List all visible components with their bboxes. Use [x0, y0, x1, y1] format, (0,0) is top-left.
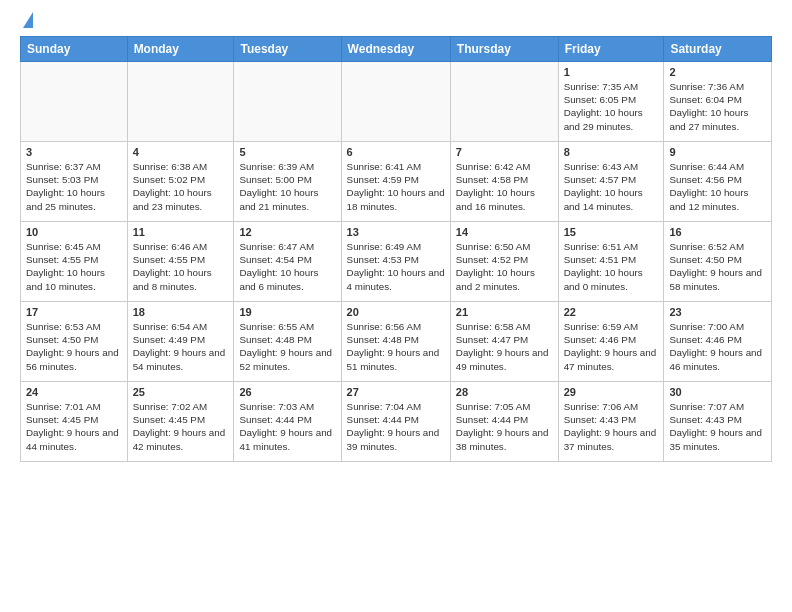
calendar: SundayMondayTuesdayWednesdayThursdayFrid…: [20, 36, 772, 462]
day-info: Sunrise: 6:49 AM Sunset: 4:53 PM Dayligh…: [347, 240, 445, 293]
day-header-thursday: Thursday: [450, 37, 558, 62]
day-number: 15: [564, 226, 659, 238]
day-info: Sunrise: 6:44 AM Sunset: 4:56 PM Dayligh…: [669, 160, 766, 213]
calendar-cell: 21Sunrise: 6:58 AM Sunset: 4:47 PM Dayli…: [450, 302, 558, 382]
calendar-cell: 9Sunrise: 6:44 AM Sunset: 4:56 PM Daylig…: [664, 142, 772, 222]
calendar-body: 1Sunrise: 7:35 AM Sunset: 6:05 PM Daylig…: [21, 62, 772, 462]
header: [20, 16, 772, 28]
day-number: 26: [239, 386, 335, 398]
calendar-cell: 22Sunrise: 6:59 AM Sunset: 4:46 PM Dayli…: [558, 302, 664, 382]
week-row-3: 10Sunrise: 6:45 AM Sunset: 4:55 PM Dayli…: [21, 222, 772, 302]
day-info: Sunrise: 6:50 AM Sunset: 4:52 PM Dayligh…: [456, 240, 553, 293]
calendar-cell: 15Sunrise: 6:51 AM Sunset: 4:51 PM Dayli…: [558, 222, 664, 302]
day-header-wednesday: Wednesday: [341, 37, 450, 62]
calendar-cell: [341, 62, 450, 142]
calendar-cell: 20Sunrise: 6:56 AM Sunset: 4:48 PM Dayli…: [341, 302, 450, 382]
day-number: 6: [347, 146, 445, 158]
day-info: Sunrise: 6:46 AM Sunset: 4:55 PM Dayligh…: [133, 240, 229, 293]
calendar-cell: 12Sunrise: 6:47 AM Sunset: 4:54 PM Dayli…: [234, 222, 341, 302]
day-info: Sunrise: 6:52 AM Sunset: 4:50 PM Dayligh…: [669, 240, 766, 293]
day-header-saturday: Saturday: [664, 37, 772, 62]
day-info: Sunrise: 6:55 AM Sunset: 4:48 PM Dayligh…: [239, 320, 335, 373]
day-number: 23: [669, 306, 766, 318]
day-info: Sunrise: 6:59 AM Sunset: 4:46 PM Dayligh…: [564, 320, 659, 373]
day-info: Sunrise: 6:56 AM Sunset: 4:48 PM Dayligh…: [347, 320, 445, 373]
day-info: Sunrise: 7:01 AM Sunset: 4:45 PM Dayligh…: [26, 400, 122, 453]
day-info: Sunrise: 6:37 AM Sunset: 5:03 PM Dayligh…: [26, 160, 122, 213]
day-number: 20: [347, 306, 445, 318]
day-info: Sunrise: 7:00 AM Sunset: 4:46 PM Dayligh…: [669, 320, 766, 373]
calendar-cell: 13Sunrise: 6:49 AM Sunset: 4:53 PM Dayli…: [341, 222, 450, 302]
day-number: 14: [456, 226, 553, 238]
calendar-cell: 2Sunrise: 7:36 AM Sunset: 6:04 PM Daylig…: [664, 62, 772, 142]
day-info: Sunrise: 7:06 AM Sunset: 4:43 PM Dayligh…: [564, 400, 659, 453]
day-header-friday: Friday: [558, 37, 664, 62]
calendar-cell: 14Sunrise: 6:50 AM Sunset: 4:52 PM Dayli…: [450, 222, 558, 302]
day-number: 19: [239, 306, 335, 318]
day-number: 18: [133, 306, 229, 318]
day-number: 2: [669, 66, 766, 78]
calendar-cell: [450, 62, 558, 142]
calendar-cell: 3Sunrise: 6:37 AM Sunset: 5:03 PM Daylig…: [21, 142, 128, 222]
week-row-1: 1Sunrise: 7:35 AM Sunset: 6:05 PM Daylig…: [21, 62, 772, 142]
day-info: Sunrise: 7:02 AM Sunset: 4:45 PM Dayligh…: [133, 400, 229, 453]
calendar-cell: 6Sunrise: 6:41 AM Sunset: 4:59 PM Daylig…: [341, 142, 450, 222]
calendar-cell: 1Sunrise: 7:35 AM Sunset: 6:05 PM Daylig…: [558, 62, 664, 142]
day-info: Sunrise: 6:58 AM Sunset: 4:47 PM Dayligh…: [456, 320, 553, 373]
day-number: 5: [239, 146, 335, 158]
calendar-cell: [127, 62, 234, 142]
day-number: 21: [456, 306, 553, 318]
day-info: Sunrise: 6:47 AM Sunset: 4:54 PM Dayligh…: [239, 240, 335, 293]
day-info: Sunrise: 6:45 AM Sunset: 4:55 PM Dayligh…: [26, 240, 122, 293]
calendar-cell: 23Sunrise: 7:00 AM Sunset: 4:46 PM Dayli…: [664, 302, 772, 382]
day-number: 13: [347, 226, 445, 238]
calendar-cell: 11Sunrise: 6:46 AM Sunset: 4:55 PM Dayli…: [127, 222, 234, 302]
day-number: 12: [239, 226, 335, 238]
calendar-cell: 26Sunrise: 7:03 AM Sunset: 4:44 PM Dayli…: [234, 382, 341, 462]
logo: [20, 16, 33, 28]
calendar-cell: 28Sunrise: 7:05 AM Sunset: 4:44 PM Dayli…: [450, 382, 558, 462]
day-info: Sunrise: 7:03 AM Sunset: 4:44 PM Dayligh…: [239, 400, 335, 453]
calendar-cell: 16Sunrise: 6:52 AM Sunset: 4:50 PM Dayli…: [664, 222, 772, 302]
day-number: 9: [669, 146, 766, 158]
day-number: 3: [26, 146, 122, 158]
day-info: Sunrise: 6:38 AM Sunset: 5:02 PM Dayligh…: [133, 160, 229, 213]
day-info: Sunrise: 7:07 AM Sunset: 4:43 PM Dayligh…: [669, 400, 766, 453]
day-number: 27: [347, 386, 445, 398]
calendar-cell: 5Sunrise: 6:39 AM Sunset: 5:00 PM Daylig…: [234, 142, 341, 222]
day-number: 24: [26, 386, 122, 398]
day-number: 8: [564, 146, 659, 158]
day-info: Sunrise: 6:51 AM Sunset: 4:51 PM Dayligh…: [564, 240, 659, 293]
day-number: 28: [456, 386, 553, 398]
calendar-cell: [234, 62, 341, 142]
day-info: Sunrise: 6:41 AM Sunset: 4:59 PM Dayligh…: [347, 160, 445, 213]
day-number: 16: [669, 226, 766, 238]
day-number: 11: [133, 226, 229, 238]
day-header-tuesday: Tuesday: [234, 37, 341, 62]
day-header-monday: Monday: [127, 37, 234, 62]
week-row-4: 17Sunrise: 6:53 AM Sunset: 4:50 PM Dayli…: [21, 302, 772, 382]
calendar-cell: 24Sunrise: 7:01 AM Sunset: 4:45 PM Dayli…: [21, 382, 128, 462]
page: SundayMondayTuesdayWednesdayThursdayFrid…: [0, 0, 792, 472]
calendar-cell: 8Sunrise: 6:43 AM Sunset: 4:57 PM Daylig…: [558, 142, 664, 222]
day-info: Sunrise: 7:05 AM Sunset: 4:44 PM Dayligh…: [456, 400, 553, 453]
calendar-cell: 7Sunrise: 6:42 AM Sunset: 4:58 PM Daylig…: [450, 142, 558, 222]
calendar-cell: 4Sunrise: 6:38 AM Sunset: 5:02 PM Daylig…: [127, 142, 234, 222]
calendar-cell: 18Sunrise: 6:54 AM Sunset: 4:49 PM Dayli…: [127, 302, 234, 382]
day-number: 25: [133, 386, 229, 398]
day-header-sunday: Sunday: [21, 37, 128, 62]
day-number: 17: [26, 306, 122, 318]
day-info: Sunrise: 6:39 AM Sunset: 5:00 PM Dayligh…: [239, 160, 335, 213]
day-info: Sunrise: 7:36 AM Sunset: 6:04 PM Dayligh…: [669, 80, 766, 133]
week-row-2: 3Sunrise: 6:37 AM Sunset: 5:03 PM Daylig…: [21, 142, 772, 222]
day-number: 4: [133, 146, 229, 158]
calendar-cell: 29Sunrise: 7:06 AM Sunset: 4:43 PM Dayli…: [558, 382, 664, 462]
day-number: 22: [564, 306, 659, 318]
day-info: Sunrise: 7:04 AM Sunset: 4:44 PM Dayligh…: [347, 400, 445, 453]
calendar-cell: 25Sunrise: 7:02 AM Sunset: 4:45 PM Dayli…: [127, 382, 234, 462]
calendar-cell: [21, 62, 128, 142]
calendar-cell: 17Sunrise: 6:53 AM Sunset: 4:50 PM Dayli…: [21, 302, 128, 382]
week-row-5: 24Sunrise: 7:01 AM Sunset: 4:45 PM Dayli…: [21, 382, 772, 462]
logo-triangle-icon: [23, 12, 33, 28]
day-info: Sunrise: 6:54 AM Sunset: 4:49 PM Dayligh…: [133, 320, 229, 373]
